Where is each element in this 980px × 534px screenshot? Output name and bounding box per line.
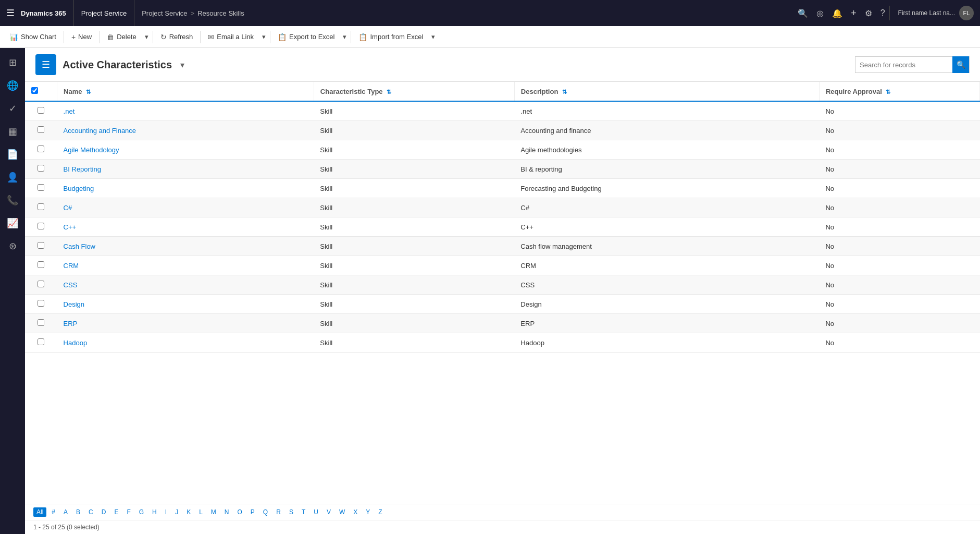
row-name-link[interactable]: BI Reporting	[64, 165, 101, 173]
page-title-dropdown[interactable]: ▾	[180, 60, 184, 70]
delete-dropdown[interactable]: ▾	[143, 28, 151, 46]
alpha-item-r[interactable]: R	[273, 507, 284, 517]
alpha-item-z[interactable]: Z	[375, 507, 385, 517]
table-row: ERP Skill ERP No	[25, 314, 980, 333]
row-checkbox[interactable]	[38, 165, 44, 172]
col-header-type[interactable]: Characteristic Type ⇅	[314, 82, 514, 101]
sidebar-item-grid[interactable]: ▦	[2, 121, 23, 142]
export-dropdown[interactable]: ▾	[341, 28, 349, 46]
row-checkbox[interactable]	[38, 203, 44, 210]
help-icon[interactable]: ?	[880, 8, 885, 18]
row-checkbox[interactable]	[38, 223, 44, 229]
alpha-item-i[interactable]: I	[162, 507, 170, 517]
row-checkbox[interactable]	[38, 338, 44, 345]
alpha-item-x[interactable]: X	[350, 507, 361, 517]
table-row: CSS Skill CSS No	[25, 275, 980, 295]
search-icon[interactable]: 🔍	[798, 8, 808, 18]
sidebar-item-tasks[interactable]: ✓	[2, 98, 23, 119]
alpha-item-t[interactable]: T	[299, 507, 308, 517]
alpha-item-f[interactable]: F	[123, 507, 133, 517]
alpha-item-a[interactable]: A	[60, 507, 71, 517]
alpha-item-c[interactable]: C	[85, 507, 96, 517]
plus-icon[interactable]: +	[851, 8, 857, 19]
select-all-checkbox[interactable]	[31, 87, 38, 94]
alpha-item-y[interactable]: Y	[363, 507, 373, 517]
alpha-item-u[interactable]: U	[311, 507, 321, 517]
user-info[interactable]: First name Last na... FL	[889, 6, 974, 20]
alpha-item-k[interactable]: K	[183, 507, 194, 517]
row-name-link[interactable]: Cash Flow	[64, 242, 95, 250]
sidebar-item-settings2[interactable]: ⊛	[2, 236, 23, 257]
sidebar-item-people[interactable]: 👤	[2, 167, 23, 188]
delete-button[interactable]: 🗑 Delete	[102, 28, 142, 46]
alpha-item-#[interactable]: #	[48, 507, 58, 517]
alpha-item-d[interactable]: D	[98, 507, 109, 517]
alpha-item-all[interactable]: All	[33, 507, 46, 517]
row-checkbox[interactable]	[38, 261, 44, 268]
row-checkbox[interactable]	[38, 242, 44, 249]
bell-icon[interactable]: 🔔	[832, 8, 842, 18]
search-button[interactable]: 🔍	[952, 56, 969, 73]
show-chart-button[interactable]: 📊 Show Chart	[4, 28, 61, 46]
alpha-item-q[interactable]: Q	[260, 507, 271, 517]
alpha-item-o[interactable]: O	[234, 507, 245, 517]
new-button[interactable]: + New	[66, 28, 97, 46]
row-checkbox[interactable]	[38, 300, 44, 307]
settings-icon[interactable]: ⚙	[865, 8, 872, 18]
alpha-item-h[interactable]: H	[149, 507, 160, 517]
alpha-item-j[interactable]: J	[172, 507, 181, 517]
row-checkbox[interactable]	[38, 107, 44, 114]
breadcrumb-separator: >	[191, 9, 195, 17]
import-dropdown[interactable]: ▾	[429, 28, 437, 46]
row-name-link[interactable]: C#	[64, 204, 72, 212]
row-name-link[interactable]: Budgeting	[64, 185, 94, 192]
row-name-link[interactable]: .net	[64, 107, 75, 115]
refresh-button[interactable]: ↻ Refresh	[155, 28, 199, 46]
row-checkbox[interactable]	[38, 126, 44, 133]
alpha-item-b[interactable]: B	[73, 507, 83, 517]
status-text: 1 - 25 of 25 (0 selected)	[33, 524, 100, 531]
email-link-button[interactable]: ✉ Email a Link	[203, 28, 259, 46]
alpha-item-n[interactable]: N	[221, 507, 232, 517]
col-header-approval[interactable]: Require Approval ⇅	[819, 82, 979, 101]
alpha-item-p[interactable]: P	[247, 507, 258, 517]
row-desc-cell: ERP	[514, 314, 819, 333]
row-checkbox[interactable]	[38, 319, 44, 326]
row-name-link[interactable]: Agile Methodology	[64, 146, 119, 154]
toolbar-divider-6	[351, 31, 351, 43]
row-name-link[interactable]: CRM	[64, 262, 79, 270]
row-name-link[interactable]: Accounting and Finance	[64, 127, 136, 135]
alpha-item-e[interactable]: E	[111, 507, 121, 517]
row-checkbox[interactable]	[38, 145, 44, 152]
row-name-link[interactable]: Hadoop	[64, 339, 88, 347]
email-link-dropdown[interactable]: ▾	[260, 28, 268, 46]
sidebar-item-chart[interactable]: 📈	[2, 213, 23, 234]
row-checkbox[interactable]	[38, 184, 44, 191]
sidebar-item-report[interactable]: 📄	[2, 144, 23, 165]
row-name-link[interactable]: Design	[64, 300, 84, 308]
col-header-name[interactable]: Name ⇅	[57, 82, 314, 101]
sidebar-item-home[interactable]: ⊞	[2, 52, 23, 73]
alpha-item-m[interactable]: M	[208, 507, 219, 517]
alpha-item-v[interactable]: V	[324, 507, 334, 517]
row-checkbox[interactable]	[38, 281, 44, 287]
alpha-item-w[interactable]: W	[336, 507, 348, 517]
import-excel-button[interactable]: 📋 Import from Excel	[353, 28, 428, 46]
dynamics-logo[interactable]: Dynamics 365	[19, 0, 74, 26]
hamburger-menu[interactable]: ☰	[6, 7, 15, 19]
table-row: Accounting and Finance Skill Accounting …	[25, 121, 980, 140]
row-name-link[interactable]: CSS	[64, 281, 78, 289]
row-name-link[interactable]: C++	[64, 223, 77, 231]
sidebar-item-globe[interactable]: 🌐	[2, 75, 23, 96]
row-name-link[interactable]: ERP	[64, 320, 78, 327]
target-icon[interactable]: ◎	[816, 8, 824, 18]
alpha-item-l[interactable]: L	[196, 507, 206, 517]
app-name[interactable]: Project Service	[74, 0, 134, 26]
search-input[interactable]	[855, 57, 952, 72]
export-excel-button[interactable]: 📋 Export to Excel	[272, 28, 340, 46]
row-checkbox-cell	[25, 314, 57, 333]
alpha-item-g[interactable]: G	[136, 507, 147, 517]
alpha-item-s[interactable]: S	[286, 507, 296, 517]
sidebar-item-phone[interactable]: 📞	[2, 190, 23, 211]
col-header-desc[interactable]: Description ⇅	[514, 82, 819, 101]
